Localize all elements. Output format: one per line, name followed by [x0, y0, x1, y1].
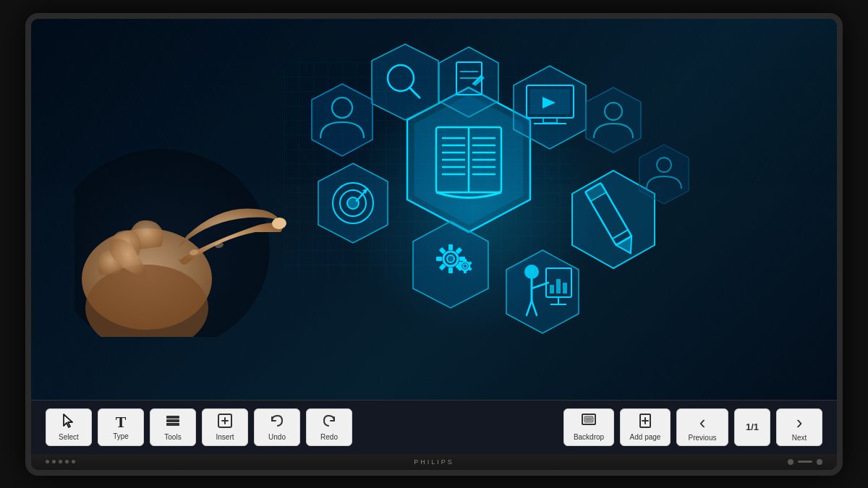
svg-rect-88	[166, 423, 179, 426]
svg-rect-79	[556, 279, 561, 294]
screen	[31, 19, 837, 400]
svg-rect-61	[436, 257, 442, 261]
svg-rect-59	[448, 267, 453, 273]
next-icon: ›	[796, 413, 803, 432]
hex-target	[313, 160, 393, 247]
bezel-dots	[46, 460, 75, 463]
toolbar: Select T Type Tools	[31, 400, 837, 454]
svg-point-54	[447, 255, 454, 262]
redo-icon	[321, 413, 337, 431]
svg-rect-55	[448, 244, 453, 250]
svg-rect-87	[166, 419, 179, 422]
dot-2	[52, 460, 56, 463]
volume-slider	[798, 461, 812, 463]
insert-label: Insert	[216, 433, 234, 441]
toolbar-right: Backdrop Add page ‹ Previous 1/1	[563, 408, 822, 446]
type-label: Type	[113, 432, 129, 440]
svg-point-72	[524, 265, 539, 279]
next-label: Next	[792, 434, 807, 442]
type-button[interactable]: T Type	[98, 408, 144, 446]
svg-marker-71	[506, 250, 579, 333]
add-page-icon	[637, 413, 653, 431]
tv-frame: Select T Type Tools	[25, 13, 843, 476]
bezel-controls	[788, 459, 822, 465]
bezel-bottom: PHILIPS	[31, 454, 837, 470]
svg-marker-83	[639, 145, 689, 204]
svg-marker-52	[413, 221, 488, 308]
svg-rect-65	[464, 259, 467, 262]
brand-label: PHILIPS	[414, 458, 454, 466]
undo-icon	[269, 413, 285, 431]
add-page-label: Add page	[630, 433, 661, 441]
hex-settings	[407, 218, 494, 312]
hex-video	[509, 62, 592, 153]
redo-label: Redo	[320, 433, 338, 441]
backdrop-icon	[581, 413, 597, 431]
undo-button[interactable]: Undo	[254, 408, 300, 446]
tools-label: Tools	[164, 433, 181, 441]
page-number: 1/1	[746, 421, 759, 432]
svg-rect-68	[464, 270, 467, 273]
svg-rect-80	[563, 283, 567, 294]
dot-1	[46, 460, 49, 463]
select-label: Select	[59, 433, 79, 441]
backdrop-button[interactable]: Backdrop	[563, 408, 614, 446]
insert-icon	[217, 413, 233, 431]
hex-container	[234, 40, 815, 342]
insert-button[interactable]: Insert	[202, 408, 248, 446]
svg-rect-94	[586, 418, 592, 421]
select-icon	[61, 413, 77, 431]
tools-icon	[165, 413, 181, 431]
svg-rect-86	[166, 416, 179, 419]
redo-button[interactable]: Redo	[306, 408, 352, 446]
hex-person	[306, 80, 378, 160]
toolbar-left: Select T Type Tools	[46, 408, 352, 446]
hex-profile-mid-right	[635, 142, 693, 207]
hex-presenter	[501, 247, 584, 337]
dot-5	[72, 460, 75, 463]
menu-button[interactable]	[817, 459, 822, 465]
next-button[interactable]: › Next	[776, 408, 822, 446]
svg-marker-22	[372, 44, 438, 120]
svg-rect-78	[550, 285, 554, 294]
select-button[interactable]: Select	[46, 408, 92, 446]
tools-button[interactable]: Tools	[150, 408, 196, 446]
page-indicator: 1/1	[734, 408, 770, 446]
power-button[interactable]	[788, 459, 793, 465]
previous-label: Previous	[689, 434, 717, 442]
svg-point-64	[463, 264, 467, 268]
svg-marker-31	[312, 84, 373, 156]
previous-button[interactable]: ‹ Previous	[676, 408, 728, 446]
add-page-button[interactable]: Add page	[620, 408, 671, 446]
svg-marker-85	[64, 414, 72, 427]
svg-point-44	[347, 197, 359, 209]
hex-search	[367, 40, 443, 124]
previous-icon: ‹	[699, 413, 706, 432]
backdrop-label: Backdrop	[574, 433, 604, 441]
type-icon: T	[116, 414, 127, 430]
svg-marker-25	[439, 47, 498, 117]
hex-edit	[435, 44, 503, 120]
dot-4	[65, 460, 69, 463]
undo-label: Undo	[268, 433, 286, 441]
dot-3	[59, 460, 62, 463]
